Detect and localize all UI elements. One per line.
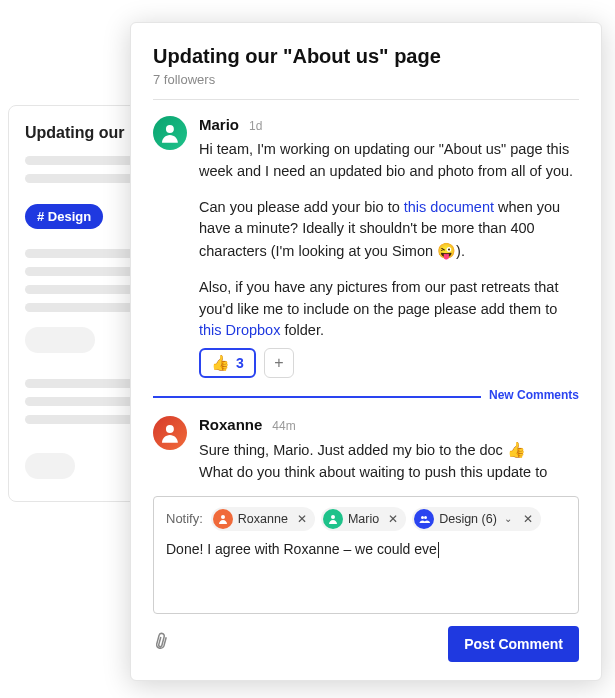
- comment: Roxanne 44m Sure thing, Mario. Just adde…: [153, 400, 579, 484]
- compose-textarea[interactable]: Done! I agree with Roxanne – we could ev…: [166, 541, 566, 601]
- compose-box: Notify: Roxanne ✕ Mario ✕ Design (6) ⌄ ✕…: [153, 496, 579, 614]
- background-placeholder-button: [25, 327, 95, 353]
- svg-point-0: [166, 125, 174, 133]
- background-placeholder-button: [25, 453, 75, 479]
- comment-time: 1d: [249, 119, 262, 133]
- person-icon: [327, 513, 339, 525]
- notify-chip-roxanne[interactable]: Roxanne ✕: [211, 507, 315, 531]
- remove-chip-button[interactable]: ✕: [293, 512, 311, 526]
- thumbs-up-icon: 👍: [211, 354, 230, 372]
- add-reaction-button[interactable]: +: [264, 348, 294, 378]
- group-icon: [418, 513, 430, 525]
- svg-point-2: [221, 515, 225, 519]
- plus-icon: +: [274, 354, 283, 372]
- avatar[interactable]: [153, 116, 187, 150]
- svg-point-1: [166, 425, 174, 433]
- notify-row: Notify: Roxanne ✕ Mario ✕ Design (6) ⌄ ✕: [166, 507, 566, 531]
- reaction-count: 3: [236, 355, 244, 371]
- reaction-thumbs-up[interactable]: 👍 3: [199, 348, 256, 378]
- svg-point-5: [424, 516, 427, 519]
- comment-text: Hi team, I'm working on updating our "Ab…: [199, 139, 579, 342]
- text-caret: [438, 542, 439, 558]
- design-tag[interactable]: # Design: [25, 204, 103, 229]
- wink-emoji: 😜: [437, 242, 456, 259]
- thread-card: Updating our "About us" page 7 followers…: [130, 22, 602, 681]
- comment-time: 44m: [272, 419, 295, 433]
- remove-chip-button[interactable]: ✕: [384, 512, 402, 526]
- svg-point-4: [421, 516, 424, 519]
- thumbs-up-emoji: 👍: [507, 441, 526, 458]
- person-icon: [158, 421, 182, 445]
- svg-point-3: [331, 515, 335, 519]
- attachment-icon[interactable]: [148, 629, 175, 658]
- followers-count[interactable]: 7 followers: [153, 72, 579, 100]
- comment-author[interactable]: Roxanne: [199, 416, 262, 433]
- document-link[interactable]: this document: [404, 199, 494, 215]
- new-comments-divider: New Comments: [153, 396, 579, 398]
- notify-label: Notify:: [166, 511, 203, 526]
- thread-title: Updating our "About us" page: [153, 45, 579, 68]
- avatar[interactable]: [153, 416, 187, 450]
- comment: Mario 1d Hi team, I'm working on updatin…: [153, 100, 579, 378]
- new-comments-label: New Comments: [481, 388, 579, 402]
- comment-author[interactable]: Mario: [199, 116, 239, 133]
- comment-text: Sure thing, Mario. Just added my bio to …: [199, 439, 579, 484]
- person-icon: [217, 513, 229, 525]
- paperclip-icon: [148, 629, 173, 654]
- remove-chip-button[interactable]: ✕: [519, 512, 537, 526]
- post-comment-button[interactable]: Post Comment: [448, 626, 579, 662]
- person-icon: [158, 121, 182, 145]
- dropbox-link[interactable]: this Dropbox: [199, 322, 280, 338]
- notify-chip-design-group[interactable]: Design (6) ⌄ ✕: [412, 507, 541, 531]
- chevron-down-icon[interactable]: ⌄: [502, 513, 514, 524]
- notify-chip-mario[interactable]: Mario ✕: [321, 507, 406, 531]
